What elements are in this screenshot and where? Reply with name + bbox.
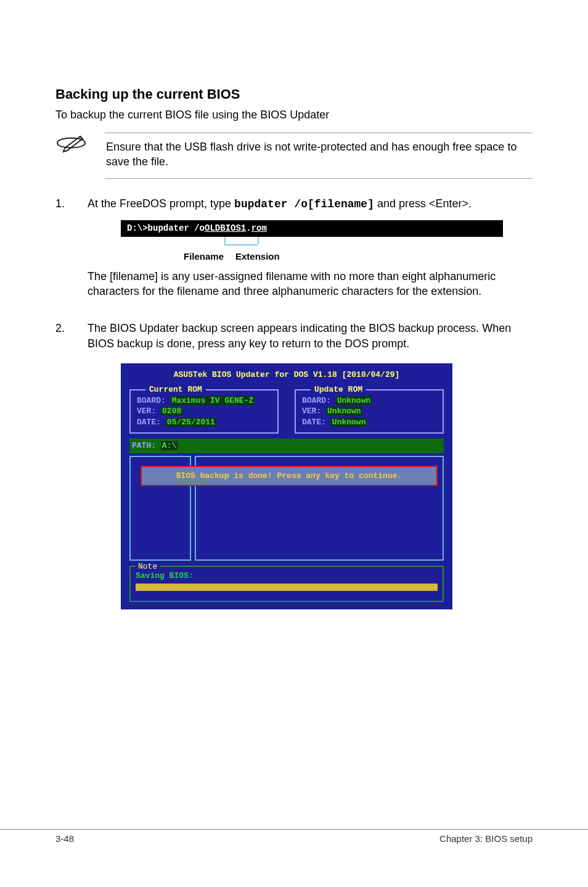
step-2: 2. The BIOS Updater backup screen appear… xyxy=(55,321,533,609)
current-rom-box: Current ROM BOARD: Maximus IV GENE-Z VER… xyxy=(129,389,279,434)
board-label: BOARD: xyxy=(137,396,166,405)
step1-command: bupdater /o[filename] xyxy=(234,198,374,210)
path-label: PATH: xyxy=(132,441,156,450)
terminal-line: D:\>bupdater /oOLDBIOS1.rom xyxy=(121,220,503,237)
date-label: DATE: xyxy=(137,418,161,427)
label-filename: Filename xyxy=(184,250,224,263)
page-footer: 3-48 Chapter 3: BIOS setup xyxy=(0,829,588,844)
backup-done-banner: BIOS backup is done! Press any key to co… xyxy=(141,466,438,487)
intro-text: To backup the current BIOS file using th… xyxy=(55,109,533,122)
step-number: 2. xyxy=(55,321,70,609)
terminal-prefix: D:\>bupdater /o xyxy=(127,223,205,233)
section-heading: Backing up the current BIOS xyxy=(55,86,533,102)
pencil-note-icon xyxy=(55,133,88,155)
terminal-filename-ext: rom xyxy=(251,223,267,233)
step1-prefix: At the FreeDOS prompt, type xyxy=(88,197,234,210)
date-value: 05/25/2011 xyxy=(166,418,216,427)
note-legend: Note xyxy=(136,561,160,572)
step-body: The BIOS Updater backup screen appears i… xyxy=(88,321,533,609)
label-extension: Extension xyxy=(235,250,280,263)
date-value: Unknown xyxy=(331,418,367,427)
step-1: 1. At the FreeDOS prompt, type bupdater … xyxy=(55,196,533,311)
footer-page-number: 3-48 xyxy=(55,833,74,844)
board-value: Maximus IV GENE-Z xyxy=(171,396,255,405)
board-value: Unknown xyxy=(336,396,372,405)
ver-value: 0208 xyxy=(161,406,182,416)
step1-subtext: The [filename] is any user-assigned file… xyxy=(88,269,533,299)
bios-title: ASUSTek BIOS Updater for DOS V1.18 [2010… xyxy=(127,369,446,381)
bios-updater-screen: ASUSTek BIOS Updater for DOS V1.18 [2010… xyxy=(121,363,452,609)
date-label: DATE: xyxy=(302,418,326,427)
board-label: BOARD: xyxy=(302,396,331,405)
terminal-labels: Filename Extension xyxy=(121,237,503,263)
note-box: Note Saving BIOS: xyxy=(129,566,444,603)
step1-suffix: and press <Enter>. xyxy=(374,197,472,210)
ver-label: VER: xyxy=(302,406,321,416)
current-rom-legend: Current ROM xyxy=(145,384,206,395)
terminal-dot: . xyxy=(246,223,251,233)
terminal-filename-base: OLDBIOS1 xyxy=(205,223,246,233)
saving-label: Saving BIOS: xyxy=(136,571,438,582)
ver-label: VER: xyxy=(137,406,156,416)
update-rom-legend: Update ROM xyxy=(311,384,366,395)
path-row: PATH: A:\ xyxy=(129,439,444,453)
update-rom-box: Update ROM BOARD: Unknown VER: Unknown D… xyxy=(295,389,444,434)
note-callout: Ensure that the USB flash drive is not w… xyxy=(55,133,533,179)
step-body: At the FreeDOS prompt, type bupdater /o[… xyxy=(88,196,533,311)
step-number: 1. xyxy=(55,196,70,311)
ver-value: Unknown xyxy=(326,406,362,416)
progress-bar xyxy=(136,584,438,591)
file-pane-right: BIOS backup is done! Press any key to co… xyxy=(195,456,444,561)
note-body: Ensure that the USB flash drive is not w… xyxy=(105,133,533,179)
footer-chapter: Chapter 3: BIOS setup xyxy=(439,833,533,844)
step2-text: The BIOS Updater backup screen appears i… xyxy=(88,322,511,349)
path-value: A:\ xyxy=(161,441,178,450)
